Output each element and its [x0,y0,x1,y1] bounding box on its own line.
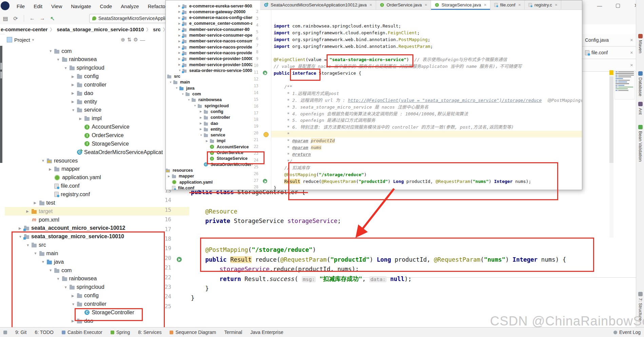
tab-close-icon[interactable]: ✕ [369,3,372,7]
status-casbin-executor[interactable]: Casbin Executor [62,330,102,335]
editor-tab-OrderService.java[interactable]: IOrderService.java✕ [376,0,431,10]
overlay-tree-item-service[interactable]: ▼service [200,132,225,138]
tree-toggle-icon[interactable]: ▶ [200,122,204,125]
tree-item-controller[interactable]: ▶controller [72,80,106,89]
overlay-tree-item-member-service-consumer-openfeign-80[interactable]: ▶member-service-consumer-openfeign-80 [178,33,252,38]
status-sequence-diagram[interactable]: Sequence Diagram [170,330,216,335]
overlay-tree-item-member-service-nacos-provider-10006[interactable]: ▶member-service-nacos-provider-10006 [178,50,252,56]
minimize-button[interactable]: — [594,1,605,10]
tab-close-icon[interactable]: ✕ [555,3,558,7]
chevron-down-icon[interactable]: ▾ [32,38,34,42]
tree-toggle-icon[interactable]: ▶ [72,294,77,298]
tree-item-test[interactable]: ▶test [34,199,55,207]
tree-item-main[interactable]: ▼main [34,249,58,258]
right-tab-Config.java[interactable]: Config.java✕ [582,34,636,46]
tree-item-java[interactable]: ▼java [41,258,64,266]
menu-navigate[interactable]: Navigate [66,3,95,9]
run-bean-icon[interactable] [263,179,267,183]
locate-icon[interactable]: ⊕ [121,37,125,43]
run-bean-icon[interactable] [263,71,267,75]
tree-toggle-icon[interactable]: ▶ [206,139,210,143]
tree-toggle-icon[interactable]: ▼ [26,243,32,247]
overlay-tree-item-SeataOrderMicroServiceApplicat[interactable]: CSeataOrderMicroServiceApplicat [200,162,252,167]
overlay-tree-item-application.yaml[interactable]: application.yaml [168,179,213,185]
tree-toggle-icon[interactable]: ▼ [41,159,47,163]
tree-toggle-icon[interactable]: ▶ [72,75,77,78]
overlay-tree-item-e-commerce-nacos-config-client5000[interactable]: ▶e-commerce-nacos-config-client5000 [178,15,252,21]
menu-code[interactable]: Code [95,3,116,9]
overlay-tree-item-impl[interactable]: ▶impl [206,138,226,144]
tree-toggle-icon[interactable]: ▶ [34,201,39,205]
tool-stripe-database[interactable]: Database [636,71,644,96]
tree-item-OrderService[interactable]: IOrderService [79,131,123,140]
tree-toggle-icon[interactable]: ▼ [200,134,204,137]
intention-bulb-icon[interactable] [264,132,269,137]
editor-tab-file.conf[interactable]: file.conf✕ [490,0,525,10]
overlay-tree-item-file.conf[interactable]: file.conf [168,185,194,190]
tool-stripe-maven[interactable]: Maven [636,34,644,53]
tab-close-icon[interactable]: ✕ [630,63,633,68]
editor-tab-registry.c[interactable]: registry.c✕ [525,0,561,10]
tree-toggle-icon[interactable]: ▼ [181,93,186,96]
overlay-tree-item-member-service-consumer-80[interactable]: ▶member-service-consumer-80 [178,26,250,32]
menu-edit[interactable]: Edit [29,3,47,9]
tree-toggle-icon[interactable]: ▶ [49,167,54,171]
tree-toggle-icon[interactable]: ▶ [72,100,77,104]
status-6-todo[interactable]: 6: TODO [35,330,54,335]
back-icon[interactable]: ← [29,15,36,22]
overlay-tree-item-OrderService[interactable]: IOrderService [206,150,243,156]
tree-item-impl[interactable]: ▶impl [79,114,101,123]
run-configuration-select[interactable]: SeataStorageMicroServiceApplicat [89,14,175,23]
right-tab-file.conf[interactable]: file.conf✕ [582,46,636,59]
tab-close-icon[interactable]: ✕ [630,38,633,42]
tree-toggle-icon[interactable]: ▶ [72,83,77,87]
tree-toggle-icon[interactable]: ▼ [169,81,173,84]
editor-tab-SeataAccountMicroServiceApplication10012.java[interactable]: CSeataAccountMicroServiceApplication1001… [260,0,376,10]
overlay-tree-item-member-service-provider-10002[interactable]: ▶member-service-provider-10002 [178,62,252,68]
tree-toggle-icon[interactable]: ▼ [188,98,192,101]
tree-toggle-icon[interactable]: ▼ [64,285,70,289]
status-9-git[interactable]: 9: Git [15,330,26,335]
overlay-tree-item-src[interactable]: ▼src [166,74,180,79]
tree-item-registry.conf[interactable]: registry.conf [49,190,90,199]
tree-toggle-icon[interactable]: ▼ [64,66,70,70]
overlay-tree-item-entity[interactable]: ▶entity [200,126,222,132]
tab-close-icon[interactable]: ✕ [630,51,633,55]
tree-item-entity[interactable]: ▶entity [72,97,97,106]
overlay-tree-item-dao[interactable]: ▶dao [200,120,218,126]
tree-item-target[interactable]: ▶target [26,207,53,216]
tree-toggle-icon[interactable]: ▼ [57,58,62,61]
overlay-tree-item-StorageService[interactable]: IStorageService [206,156,248,162]
tree-item-dao[interactable]: ▶dao [72,89,93,97]
tree-item-AccountService[interactable]: IAccountService [79,123,129,131]
overlay-tree-item-e-commerce-gateway-20000[interactable]: ▶e-commerce-gateway-20000 [178,9,246,15]
tree-item-springcloud[interactable]: ▼springcloud [64,64,104,72]
tab-close-icon[interactable]: ✕ [425,3,427,7]
tree-toggle-icon[interactable]: ▼ [41,260,47,264]
breadcrumb-item[interactable]: seata_storage_micro_service-10010 [57,26,144,32]
settings-gear-icon[interactable]: ⚙ [133,37,138,43]
tree-toggle-icon[interactable]: ▼ [49,49,54,53]
collapse-all-icon[interactable]: ⇅ [127,37,132,43]
tree-toggle-icon[interactable]: ▼ [34,251,39,255]
overlay-tree-item-seata-order-micro-service-10008[interactable]: ▼seata-order-micro-service-10008 [178,68,252,73]
tree-item-application.yaml[interactable]: application.yaml [49,173,101,182]
tree-item-rainbowsea[interactable]: ▼rainbowsea [57,275,97,283]
editor-tab-StorageService.java[interactable]: IStorageService.java✕ [431,0,490,10]
tree-item-com[interactable]: ▼com [49,47,72,55]
tree-toggle-icon[interactable]: ▼ [72,108,77,112]
overlay-tree-item-resources[interactable]: ▼resources [166,167,193,173]
left-tool-stripe[interactable] [0,46,2,163]
tree-item-service[interactable]: ▼service [72,106,101,114]
breadcrumb-item[interactable]: src [153,26,161,32]
editor-minimap[interactable] [614,70,635,99]
overlay-tree-item-AccountService[interactable]: IAccountService [206,144,249,150]
tool-stripe-bean-validation[interactable]: Bean Validation [636,125,644,162]
tree-item-seata_account_micro_service-10012[interactable]: ▶seata_account_micro_service-10012 [19,224,125,232]
save-icon[interactable]: ▤ [2,15,9,22]
tree-toggle-icon[interactable]: ▶ [168,175,172,178]
editor-scrollbar-thumb[interactable] [609,76,613,163]
tree-toggle-icon[interactable]: ▶ [72,319,77,323]
status-java-enterprise[interactable]: Java Enterprise [250,330,283,335]
tree-item-resources[interactable]: ▼resources [41,156,78,165]
